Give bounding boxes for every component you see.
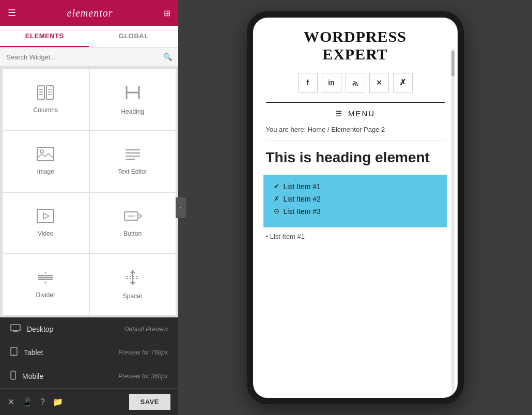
svg-marker-27 [130,270,136,273]
panel-header: ☰ elementor ⊞ [0,0,178,26]
scrollbar-track [451,49,455,398]
social-icon-facebook[interactable]: f [298,73,318,93]
desktop-label: Desktop [27,325,124,333]
social-icon-linkedin[interactable]: in [322,73,341,93]
svg-marker-28 [130,282,136,285]
list-text-3: List Item #3 [284,207,321,216]
svg-point-35 [13,354,14,355]
action-left-icons: ✕ 📱 ? 📁 [8,397,63,407]
desktop-preview: Default Preview [124,326,168,333]
svg-rect-1 [46,86,53,99]
elementor-logo: elementor [67,7,113,19]
panel-tabs: ELEMENTS GLOBAL [0,26,178,48]
list-item-2: ✗ List Item #2 [274,195,437,203]
panel-search-bar: 🔍 [0,48,178,67]
svg-point-38 [352,84,354,85]
device-tablet[interactable]: Tablet Preview for 768px [0,341,178,364]
mobile-icon [10,371,16,382]
breadcrumb: You are here: Home / Elementor Page 2 [266,126,445,141]
device-bar: Desktop Default Preview Tablet Preview f… [0,317,178,388]
svg-marker-18 [43,213,49,219]
widget-grid: Columns Heading Image [0,67,178,317]
device-desktop[interactable]: Desktop Default Preview [0,318,178,341]
folder-icon[interactable]: 📁 [53,397,63,407]
svg-rect-0 [38,86,44,99]
social-icon-rss[interactable] [346,73,365,93]
widget-columns-label: Columns [34,106,58,114]
device-mobile[interactable]: Mobile Preview for 360px [0,364,178,388]
tablet-label: Tablet [24,348,118,357]
tablet-preview: Preview for 768px [118,349,168,356]
widget-heading[interactable]: Heading [90,69,176,130]
list-item-1: ✔ List Item #1 [274,182,437,191]
widget-spacer-label: Spacer [123,293,143,300]
divider-icon [37,270,54,287]
svg-marker-24 [44,271,46,273]
widget-text-editor-label: Text Editor [118,168,147,175]
widget-heading-label: Heading [121,108,144,115]
left-panel: ☰ elementor ⊞ ELEMENTS GLOBAL 🔍 [0,0,178,415]
search-icon: 🔍 [163,53,172,61]
list-item-below: • List Item #1 [266,233,445,240]
list-item-3: ⊙ List Item #3 [274,207,437,216]
preview-area: WORDPRESS EXPERT f in ✕ ✗ [178,0,532,415]
tablet-icon [10,347,18,358]
list-text-2: List Item #2 [284,195,321,203]
tab-global[interactable]: GLOBAL [89,26,179,47]
save-button[interactable]: SAVE [129,394,170,410]
svg-rect-11 [37,147,54,161]
svg-rect-17 [37,209,54,223]
site-divider [266,102,445,103]
svg-point-12 [40,150,43,153]
action-bar: ✕ 📱 ? 📁 SAVE [0,388,178,415]
widget-image[interactable]: Image [3,131,89,191]
heading-icon [125,84,140,104]
widget-image-label: Image [37,168,54,175]
widget-button-label: Button [123,230,142,237]
site-content: WORDPRESS EXPERT f in ✕ ✗ [253,18,458,251]
site-title-line1: WORDPRESS [266,28,445,46]
mobile-label: Mobile [22,372,118,380]
spacer-icon [124,269,141,288]
list-marker-1: ✔ [274,182,279,190]
svg-marker-25 [44,282,46,284]
widget-video-label: Video [38,230,53,237]
widget-button[interactable]: Button [90,193,176,253]
widget-spacer[interactable]: Spacer [90,254,176,315]
widget-divider[interactable]: Divider [3,254,89,315]
grid-icon[interactable]: ⊞ [164,8,170,18]
social-icon-twitter[interactable]: ✕ [369,73,389,93]
close-icon[interactable]: ✕ [8,397,14,407]
columns-icon [37,85,54,102]
social-icon-xing[interactable]: ✗ [393,73,413,93]
tab-elements[interactable]: ELEMENTS [0,26,89,47]
help-icon[interactable]: ? [40,397,45,407]
scrollbar-thumb [451,51,455,76]
svg-point-37 [13,378,14,379]
phone-mockup: WORDPRESS EXPERT f in ✕ ✗ [247,11,464,404]
heading-element: This is heading element [266,148,445,167]
menu-bar: ☰ MENU [266,109,445,118]
desktop-icon [10,324,21,334]
menu-label: MENU [348,109,375,118]
menu-hamburger-icon: ☰ [335,109,343,118]
phone-screen: WORDPRESS EXPERT f in ✕ ✗ [253,18,458,398]
widget-columns[interactable]: Columns [3,69,89,130]
search-input[interactable] [6,53,163,61]
site-title: WORDPRESS EXPERT [266,28,445,64]
hamburger-icon[interactable]: ☰ [8,7,16,19]
mobile-preview-icon[interactable]: 📱 [22,397,33,407]
collapse-panel-button[interactable]: ‹ [176,197,186,218]
video-icon [37,209,54,226]
list-box: ✔ List Item #1 ✗ List Item #2 ⊙ List Ite… [263,175,447,227]
list-text-1: List Item #1 [284,182,321,191]
list-marker-2: ✗ [274,195,279,203]
widget-video[interactable]: Video [3,193,89,253]
list-marker-3: ⊙ [274,207,279,215]
widget-divider-label: Divider [36,291,55,299]
site-title-line2: EXPERT [266,45,445,64]
widget-text-editor[interactable]: Text Editor [90,131,176,191]
social-icons-bar: f in ✕ ✗ [266,73,445,93]
button-icon [123,209,142,226]
mobile-preview: Preview for 360px [118,373,168,380]
